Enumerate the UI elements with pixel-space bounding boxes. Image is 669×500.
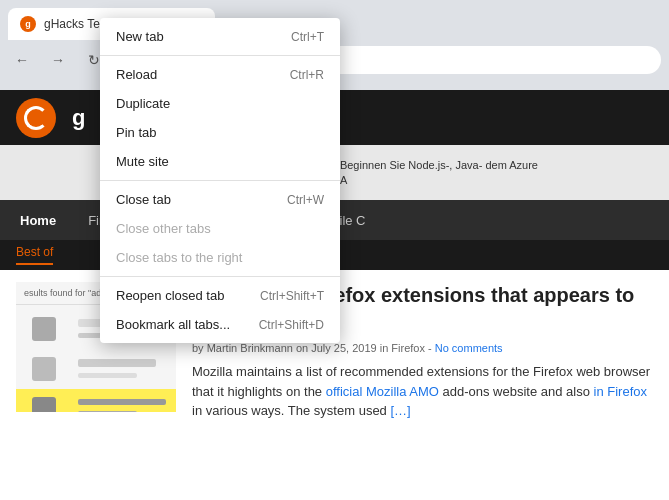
context-menu: New tab Ctrl+T Reload Ctrl+R Duplicate P… bbox=[100, 18, 340, 343]
menu-item-close-tabs-right: Close tabs to the right bbox=[100, 243, 340, 272]
menu-label-pin-tab: Pin tab bbox=[116, 125, 156, 140]
article-excerpt: Mozilla maintains a list of recommended … bbox=[192, 362, 653, 421]
menu-shortcut-bookmark-all-tabs: Ctrl+Shift+D bbox=[259, 318, 324, 332]
article-link-firefox[interactable]: in Firefox bbox=[594, 384, 647, 399]
article-meta: by Martin Brinkmann on July 25, 2019 in … bbox=[192, 342, 653, 354]
thumb-line bbox=[78, 399, 166, 405]
ad-desc-text: Beginnen Sie Node.js-, Java- dem Azure A bbox=[340, 159, 538, 185]
menu-label-mute-site: Mute site bbox=[116, 154, 169, 169]
article-link-amo[interactable]: official Mozilla AMO bbox=[326, 384, 439, 399]
menu-shortcut-reopen-closed-tab: Ctrl+Shift+T bbox=[260, 289, 324, 303]
menu-label-bookmark-all-tabs: Bookmark all tabs... bbox=[116, 317, 230, 332]
menu-shortcut-reload: Ctrl+R bbox=[290, 68, 324, 82]
article-link-more[interactable]: […] bbox=[390, 403, 410, 418]
menu-item-reopen-closed-tab[interactable]: Reopen closed tab Ctrl+Shift+T bbox=[100, 281, 340, 310]
article-meta-text: by Martin Brinkmann on July 25, 2019 in … bbox=[192, 342, 432, 354]
thumb-icon-2 bbox=[32, 357, 56, 381]
menu-divider-2 bbox=[100, 180, 340, 181]
menu-item-duplicate[interactable]: Duplicate bbox=[100, 89, 340, 118]
thumb-line bbox=[78, 373, 137, 378]
forward-button[interactable]: → bbox=[44, 46, 72, 74]
thumb-text-2 bbox=[70, 353, 168, 384]
menu-label-new-tab: New tab bbox=[116, 29, 164, 44]
menu-item-close-other-tabs: Close other tabs bbox=[100, 214, 340, 243]
menu-label-reopen-closed-tab: Reopen closed tab bbox=[116, 288, 224, 303]
menu-divider-1 bbox=[100, 55, 340, 56]
menu-shortcut-close-tab: Ctrl+W bbox=[287, 193, 324, 207]
site-logo-icon bbox=[24, 106, 48, 130]
back-button[interactable]: ← bbox=[8, 46, 36, 74]
site-header-title: g bbox=[72, 105, 86, 131]
nav-home[interactable]: Home bbox=[16, 200, 60, 240]
menu-label-reload: Reload bbox=[116, 67, 157, 82]
menu-label-close-tabs-right: Close tabs to the right bbox=[116, 250, 242, 265]
menu-divider-3 bbox=[100, 276, 340, 277]
article-meta-link[interactable]: No comments bbox=[435, 342, 503, 354]
menu-item-mute-site[interactable]: Mute site bbox=[100, 147, 340, 176]
ad-description: Beginnen Sie Node.js-, Java- dem Azure A bbox=[340, 158, 540, 187]
menu-item-pin-tab[interactable]: Pin tab bbox=[100, 118, 340, 147]
thumb-text-3 bbox=[70, 393, 168, 412]
menu-label-close-tab: Close tab bbox=[116, 192, 171, 207]
thumb-icon-1 bbox=[32, 317, 56, 341]
thumb-line bbox=[78, 359, 156, 367]
menu-item-reload[interactable]: Reload Ctrl+R bbox=[100, 60, 340, 89]
thumb-icon-3 bbox=[32, 397, 56, 412]
thumb-line bbox=[78, 411, 137, 412]
tab-favicon: g bbox=[20, 16, 36, 32]
menu-label-close-other-tabs: Close other tabs bbox=[116, 221, 211, 236]
subnav-best-of[interactable]: Best of bbox=[16, 245, 53, 265]
menu-item-new-tab[interactable]: New tab Ctrl+T bbox=[100, 22, 340, 51]
site-logo bbox=[16, 98, 56, 138]
thumb-search-result-3 bbox=[16, 389, 176, 412]
menu-item-bookmark-all-tabs[interactable]: Bookmark all tabs... Ctrl+Shift+D bbox=[100, 310, 340, 339]
menu-shortcut-new-tab: Ctrl+T bbox=[291, 30, 324, 44]
menu-item-close-tab[interactable]: Close tab Ctrl+W bbox=[100, 185, 340, 214]
thumb-search-result-2 bbox=[16, 349, 176, 389]
menu-label-duplicate: Duplicate bbox=[116, 96, 170, 111]
